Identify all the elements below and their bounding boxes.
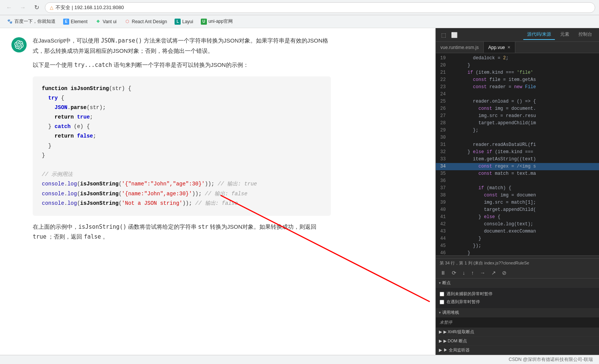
- code-line-28: 28 target.appendChild(im: [436, 120, 599, 127]
- pause-exception-label: 在遇到异常时暂停: [446, 299, 480, 305]
- bookmark-baidu-label: 百度一下，你就知道: [14, 18, 56, 25]
- devtools-inspect-icon[interactable]: ⬚: [439, 30, 448, 40]
- step-out-button[interactable]: ↑: [470, 269, 475, 277]
- code-line-27: 27 img.src = reader.resu: [436, 112, 599, 120]
- code-line-45: 45 });: [436, 242, 599, 250]
- code-line-30: 30: [436, 134, 599, 141]
- code-block: function isJsonString(str) { try { JSON.…: [33, 76, 331, 216]
- web-page: 在JavaScript中，可以使用 JSON.parse() 方法来尝试将一个字…: [0, 28, 435, 355]
- horizontal-scrollbar[interactable]: [436, 255, 599, 258]
- call-stack-header[interactable]: ▾ 调用堆栈: [436, 308, 599, 317]
- bookmark-uniapp[interactable]: U uni-app官网: [198, 17, 236, 26]
- code-line-24: 24: [436, 91, 599, 98]
- breakpoints-header[interactable]: ▾ 断点: [436, 279, 599, 288]
- xhr-arrow-icon: ▶: [439, 329, 442, 334]
- code-line-40: 40 target.appendChild(: [436, 206, 599, 214]
- code-line-22: 22 const file = item.getAs: [436, 76, 599, 84]
- chat-content: 在JavaScript中，可以使用 JSON.parse() 方法来尝试将一个字…: [0, 28, 342, 262]
- reload-button[interactable]: ↻: [31, 2, 42, 13]
- address-bar[interactable]: △ 不安全 | 192.168.110.231:8080: [45, 2, 595, 13]
- bookmark-vant-label: Vant ui: [103, 19, 116, 24]
- code-line-31: 31 reader.readAsDataURL(fi: [436, 141, 599, 149]
- devtools-panel: ⬚ ⬜ 源代码/来源 元素 控制台 vue.runtime.esm.js App…: [435, 28, 599, 355]
- devtools-device-icon[interactable]: ⬜: [450, 30, 459, 40]
- nav-bar: ← → ↻ △ 不安全 | 192.168.110.231:8080: [0, 0, 599, 15]
- code-line-33: 33 item.getAsString((text): [436, 156, 599, 163]
- uniapp-icon: U: [201, 19, 207, 25]
- back-button[interactable]: ←: [4, 2, 14, 13]
- bottom-bar: CSDN @深圳市有德诺科技有限公司-联瑞: [0, 355, 599, 364]
- pause-exception-checkbox[interactable]: [440, 300, 444, 304]
- status-bar: 第 34 行，第 1 列 (来自 index.js??clonedRuleSe: [436, 258, 599, 267]
- code-line-20: 20 }: [436, 62, 599, 69]
- bookmarks-bar: 🐾 百度一下，你就知道 E Element ❖ Vant ui ⬡ React …: [0, 15, 599, 28]
- outro-paragraph: 在上面的示例中，isJsonString() 函数将尝试将给定的字符串 str …: [33, 222, 331, 242]
- status-text: 第 34 行，第 1 列 (来自 index.js??clonedRuleSe: [440, 261, 529, 265]
- file-tab-app-vue[interactable]: App.vue ✕: [484, 42, 515, 53]
- devtools-tab-console[interactable]: 控制台: [575, 30, 596, 40]
- step-into-button[interactable]: ↓: [461, 269, 467, 277]
- code-line-21: 21 if (item.kind === 'file': [436, 69, 599, 76]
- step-over-button[interactable]: ⟳: [450, 269, 458, 277]
- code-line-39: 39 img.src = match[1];: [436, 199, 599, 206]
- code-line-38: 38 const img = documen: [436, 192, 599, 199]
- global-label: ▶ 全局监听器: [443, 347, 470, 353]
- dom-label: ▶ DOM 断点: [443, 338, 467, 344]
- global-listeners-header[interactable]: ▶ ▶ 全局监听器: [436, 346, 599, 355]
- call-stack-content: 未暂停: [436, 317, 599, 328]
- avatar: [11, 37, 27, 52]
- xhr-label: ▶ XHR/提取断点: [443, 329, 474, 335]
- step-button[interactable]: →: [478, 269, 487, 277]
- browser-window: ← → ↻ △ 不安全 | 192.168.110.231:8080 🐾 百度一…: [0, 0, 599, 364]
- code-line-26: 26 const img = document.: [436, 105, 599, 112]
- code-line-19: 19 dedalock = 2;: [436, 55, 599, 62]
- breakpoints-arrow-icon: ▾: [439, 281, 441, 285]
- deactivate-button[interactable]: ⊘: [500, 269, 508, 277]
- content-area: 在JavaScript中，可以使用 JSON.parse() 方法来尝试将一个字…: [0, 28, 599, 355]
- forward-button[interactable]: →: [17, 2, 28, 13]
- code-line-42: 42 console.log(text);: [436, 221, 599, 228]
- pause-uncaught-label: 遇到未捕获的异常时暂停: [446, 291, 493, 297]
- vant-icon: ❖: [95, 19, 101, 25]
- global-arrow-icon: ▶: [439, 348, 442, 353]
- chat-message: 在JavaScript中，可以使用 JSON.parse() 方法来尝试将一个字…: [11, 36, 331, 247]
- code-line-41: 41 } else {: [436, 214, 599, 221]
- bookmark-react-ant[interactable]: ⬡ React Ant Design: [121, 17, 170, 26]
- dom-breakpoints-header[interactable]: ▶ ▶ DOM 断点: [436, 337, 599, 346]
- file-tabs: vue.runtime.esm.js App.vue ✕: [436, 42, 599, 53]
- bookmark-element-label: Element: [71, 19, 87, 24]
- react-ant-icon: ⬡: [124, 19, 130, 25]
- close-tab-icon[interactable]: ✕: [507, 45, 510, 49]
- code-lines: 19 dedalock = 2; 20 } 21 if (item.kind =…: [436, 53, 599, 255]
- pause-uncaught-checkbox[interactable]: [440, 292, 444, 296]
- code-line-23: 23 const reader = new File: [436, 84, 599, 91]
- pause-button[interactable]: ⏸: [439, 269, 447, 277]
- devtools-tab-elements[interactable]: 元素: [556, 30, 573, 40]
- call-stack-arrow-icon: ▾: [439, 310, 441, 315]
- bookmark-react-ant-label: React Ant Design: [132, 19, 167, 24]
- intro-paragraph-1: 在JavaScript中，可以使用 JSON.parse() 方法来尝试将一个字…: [33, 36, 331, 55]
- code-line-34: 34 const regex = /<img s: [436, 163, 599, 170]
- bookmark-layui[interactable]: L Layui: [172, 17, 196, 26]
- code-line-43: 43 document.execComman: [436, 228, 599, 235]
- pause-on-exception-row: 在遇到异常时暂停: [440, 298, 595, 306]
- security-warning-icon: △: [50, 5, 53, 10]
- code-editor[interactable]: 19 dedalock = 2; 20 } 21 if (item.kind =…: [436, 53, 599, 255]
- breakpoints-content: 遇到未捕获的异常时暂停 在遇到异常时暂停: [436, 288, 599, 308]
- code-line-46: 46 }: [436, 250, 599, 255]
- code-line-44: 44 }: [436, 235, 599, 242]
- continue-button[interactable]: ↗: [490, 269, 497, 277]
- code-line-36: 36: [436, 177, 599, 185]
- file-tab-vue-runtime[interactable]: vue.runtime.esm.js: [436, 42, 484, 53]
- layui-icon: L: [175, 19, 181, 25]
- bookmark-element[interactable]: E Element: [60, 17, 91, 26]
- bookmark-baidu[interactable]: 🐾 百度一下，你就知道: [4, 17, 59, 26]
- bookmark-uniapp-label: uni-app官网: [208, 18, 233, 25]
- devtools-tab-sources[interactable]: 源代码/来源: [523, 30, 555, 40]
- dom-arrow-icon: ▶: [439, 339, 442, 343]
- intro-paragraph-2: 以下是一个使用 try...catch 语句来判断一个字符串是否可以转换为JSO…: [33, 60, 331, 70]
- element-icon: E: [63, 19, 69, 25]
- bookmark-vant[interactable]: ❖ Vant ui: [92, 17, 119, 26]
- code-line-25: 25 reader.onload = () => {: [436, 98, 599, 105]
- xhr-breakpoints-header[interactable]: ▶ ▶ XHR/提取断点: [436, 328, 599, 337]
